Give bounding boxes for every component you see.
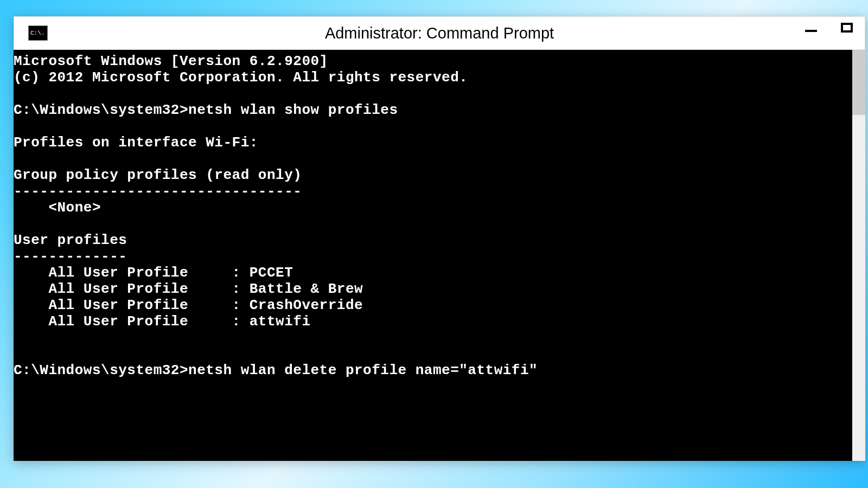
desktop-background: C:\. Administrator: Command Prompt Micro…: [0, 0, 868, 488]
scrollbar-thumb[interactable]: [852, 50, 865, 115]
command-prompt-window: C:\. Administrator: Command Prompt Micro…: [14, 16, 865, 461]
window-controls: [793, 17, 865, 45]
maximize-button[interactable]: [829, 17, 865, 38]
titlebar[interactable]: C:\. Administrator: Command Prompt: [14, 16, 865, 50]
terminal-output[interactable]: Microsoft Windows [Version 6.2.9200] (c)…: [14, 50, 865, 461]
window-title: Administrator: Command Prompt: [14, 24, 865, 42]
vertical-scrollbar[interactable]: [852, 50, 865, 461]
minimize-button[interactable]: [793, 17, 829, 38]
